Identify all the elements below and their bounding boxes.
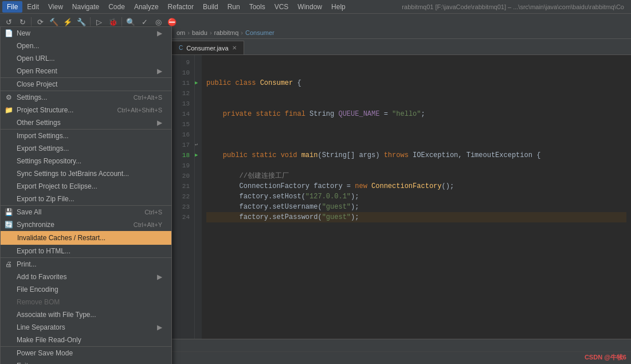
- tab-label: Consumer.java: [186, 45, 228, 52]
- code-line-23: factory.setUsername("guest");: [206, 202, 626, 212]
- menu-entry-sync-settings[interactable]: Sync Settings to JetBrains Account...: [1, 167, 171, 180]
- code-line-22: factory.setHost("127.0.0.1");: [206, 191, 626, 202]
- tab-java-icon: C: [179, 45, 183, 51]
- code-editor: 910111213 14151617 18 192021222324 ▶ ↩ ▶…: [172, 55, 631, 339]
- new-arrow: ▶: [157, 29, 162, 37]
- menu-tools[interactable]: Tools: [245, 1, 270, 13]
- breadcrumb-baidu: baidu: [192, 29, 207, 36]
- menu-entry-import-settings[interactable]: Import Settings...: [1, 129, 171, 142]
- breadcrumb-consumer: Consumer: [245, 29, 275, 36]
- menu-entry-export-html[interactable]: Export to HTML...: [1, 245, 171, 257]
- menu-window[interactable]: Window: [293, 1, 327, 13]
- code-line-10: [206, 68, 626, 78]
- menu-entry-invalidate-caches[interactable]: Invalidate Caches / Restart...: [1, 231, 171, 245]
- gutter-area: ▶ ↩ ▶: [195, 55, 202, 339]
- menu-file[interactable]: File: [2, 1, 22, 13]
- sep2: ›: [210, 29, 212, 36]
- code-content[interactable]: public class Consumer { private static f…: [202, 55, 631, 339]
- menu-entry-open[interactable]: Open...: [1, 40, 171, 52]
- menu-entry-print[interactable]: 🖨 Print...: [1, 257, 171, 271]
- toolbar-sep-3: [122, 17, 122, 28]
- menu-entry-line-separators[interactable]: Line Separators ▶: [1, 321, 171, 334]
- menu-entry-open-url[interactable]: Open URL...: [1, 52, 171, 65]
- csdn-watermark: CSDN @牛犊6: [585, 353, 626, 362]
- code-line-19: [206, 161, 626, 171]
- menu-entry-power-save[interactable]: Power Save Mode: [1, 346, 171, 359]
- menu-help[interactable]: Help: [327, 1, 350, 13]
- sep1: ›: [187, 29, 190, 36]
- sync-icon: 🔄: [4, 221, 13, 229]
- menu-entry-make-read-only[interactable]: Make File Read-Only: [1, 334, 171, 346]
- editor-container: om › baidu › rabbitmq › Consumer C Consu…: [172, 26, 631, 339]
- menu-entry-settings[interactable]: ⚙ Settings... Ctrl+Alt+S: [1, 91, 171, 104]
- menu-entry-exit[interactable]: Exit: [1, 359, 171, 364]
- settings-icon: ⚙: [4, 93, 13, 101]
- code-line-12: [206, 88, 626, 99]
- save-icon: 💾: [4, 208, 13, 216]
- menu-entry-synchronize[interactable]: 🔄 Synchronize Ctrl+Alt+Y: [1, 218, 171, 231]
- breadcrumb: om › baidu › rabbitmq › Consumer: [172, 26, 631, 39]
- project-structure-icon: 📁: [4, 106, 13, 114]
- menu-navigate[interactable]: Navigate: [68, 1, 104, 13]
- menu-build[interactable]: Build: [198, 1, 223, 13]
- menu-view[interactable]: View: [44, 1, 68, 13]
- line-sep-arrow: ▶: [157, 323, 162, 331]
- tab-close-btn[interactable]: ✕: [232, 45, 237, 51]
- code-line-24: factory.setPassword("guest");: [206, 212, 626, 222]
- menu-entry-associate-file[interactable]: Associate with File Type...: [1, 308, 171, 321]
- open-recent-arrow: ▶: [157, 67, 162, 75]
- code-line-11: public class Consumer {: [206, 78, 626, 88]
- code-line-14: private static final String QUEUE_NAME =…: [206, 109, 626, 119]
- menu-entry-new[interactable]: 📄 New ▶: [1, 27, 171, 40]
- breadcrumb-om: om: [177, 29, 185, 36]
- menu-entry-export-eclipse[interactable]: Export Project to Eclipse...: [1, 180, 171, 193]
- menu-entry-close-project[interactable]: Close Project: [1, 77, 171, 91]
- toolbar-sep-2: [90, 17, 91, 28]
- code-line-15: [206, 119, 626, 130]
- favorites-arrow: ▶: [157, 273, 162, 281]
- menu-entry-export-zip[interactable]: Export to Zip File...: [1, 193, 171, 205]
- menu-bar: File Edit View Navigate Code Analyze Ref…: [0, 0, 631, 14]
- code-line-16: [206, 130, 626, 140]
- code-line-9: [206, 57, 626, 68]
- menu-entry-open-recent[interactable]: Open Recent ▶: [1, 65, 171, 77]
- other-settings-arrow: ▶: [157, 119, 162, 127]
- tab-consumer-java[interactable]: C Consumer.java ✕: [172, 41, 244, 54]
- toolbar-sep-1: [31, 17, 32, 28]
- menu-entry-export-settings[interactable]: Export Settings...: [1, 142, 171, 155]
- code-line-13: [206, 99, 626, 109]
- code-line-17: [206, 140, 626, 150]
- sep3: ›: [241, 29, 243, 36]
- menu-entry-save-all[interactable]: 💾 Save All Ctrl+S: [1, 205, 171, 218]
- line-numbers: 910111213 14151617 18 192021222324: [172, 55, 195, 339]
- menu-entry-other-settings[interactable]: Other Settings ▶: [1, 116, 171, 129]
- menu-code[interactable]: Code: [104, 1, 130, 13]
- menu-entry-file-encoding[interactable]: File Encoding: [1, 283, 171, 296]
- menu-vcs[interactable]: VCS: [270, 1, 293, 13]
- title-text: rabbitmq01 [F:\javaCode\rabbitmq01] – ..…: [402, 3, 629, 10]
- menu-analyze[interactable]: Analyze: [130, 1, 163, 13]
- print-icon: 🖨: [4, 260, 13, 268]
- new-icon: 📄: [4, 29, 13, 37]
- menu-run[interactable]: Run: [223, 1, 245, 13]
- code-line-21: ConnectionFactory factory = new Connecti…: [206, 181, 626, 191]
- breadcrumb-rabbitmq: rabbitmq: [214, 29, 239, 36]
- menu-entry-project-structure[interactable]: 📁 Project Structure... Ctrl+Alt+Shift+S: [1, 104, 171, 116]
- menu-refactor[interactable]: Refactor: [163, 1, 198, 13]
- file-menu-dropdown: 📄 New ▶ Open... Open URL... Open Recent …: [0, 26, 172, 364]
- menu-entry-add-favorites[interactable]: Add to Favorites ▶: [1, 271, 171, 283]
- menu-entry-remove-bom: Remove BOM: [1, 296, 171, 308]
- code-line-20: //创建连接工厂: [206, 171, 626, 181]
- menu-entry-settings-repo[interactable]: Settings Repository...: [1, 155, 171, 167]
- menu-edit[interactable]: Edit: [22, 1, 44, 13]
- tab-bar: C Consumer.java ✕: [172, 39, 631, 55]
- code-line-18: public static void main(String[] args) t…: [206, 150, 626, 161]
